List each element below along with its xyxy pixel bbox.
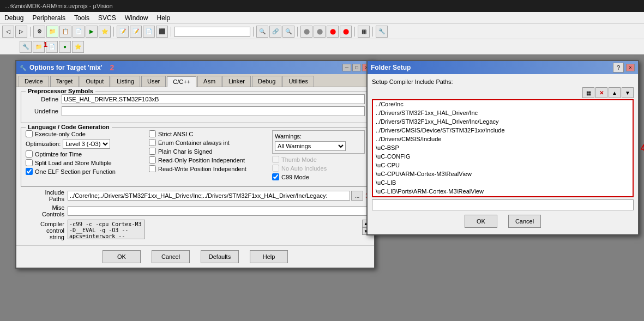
folder-item-5[interactable]: \uC-BSP [372,143,633,152]
toolbar2-btn-2[interactable]: 📁 [33,41,45,53]
folder-path-input[interactable] [372,199,634,210]
folder-item-6[interactable]: \uC-CONFIG [372,152,633,161]
tab-device[interactable]: Device [19,76,49,87]
dialog-content: Preprocessor Symbols Define Undefine Lan… [16,87,374,245]
toolbar-btn-4[interactable]: 📄 [73,26,85,38]
toolbar2-btn-1[interactable]: 🔧 [20,41,32,53]
folder-delete-btn[interactable]: ✕ [595,87,607,98]
toolbar-btn-3[interactable]: 📋 [59,26,71,38]
strict-ansi-checkbox[interactable] [149,130,156,137]
tab-debug[interactable]: Debug [252,76,281,87]
folder-setup-label: Setup Compiler Include Paths: [372,78,634,85]
toolbar-sep-2 [113,27,114,37]
help-button[interactable]: Help [250,250,288,263]
plain-char-checkbox[interactable] [149,148,156,155]
toolbar-sep-7 [372,27,373,37]
split-load-checkbox[interactable] [26,159,33,166]
cancel-button[interactable]: Cancel [152,250,190,263]
toolbar-btn-13[interactable]: 🔍 [282,26,294,38]
tab-utilities[interactable]: Utilities [282,76,314,87]
folder-item-9[interactable]: \uC-LIB [372,178,633,187]
toolbar-btn-fwd[interactable]: ▷ [15,26,27,38]
execute-only-checkbox[interactable] [26,130,33,137]
compiler-textarea[interactable]: -c99 -c -cpu Cortex-M3 -D__EVAL -g -O3 -… [68,220,145,239]
toolbar-btn-stop[interactable]: ⬤ [300,26,312,38]
menu-debug[interactable]: Debug [0,13,28,23]
no-auto-includes-checkbox[interactable] [272,165,279,172]
toolbar-btn-5[interactable]: ▶ [86,26,98,38]
tab-target[interactable]: Target [50,76,79,87]
folder-item-8[interactable]: \uC-CPU\ARM-Cortex-M3\RealView [372,169,633,178]
toolbar-btn-play[interactable]: ⬤ [314,26,326,38]
undefine-input[interactable] [62,106,365,116]
undefine-row: Undefine [26,106,365,116]
folder-grid-btn[interactable]: ▦ [582,87,594,98]
ro-pos-checkbox[interactable] [149,156,156,163]
define-input[interactable] [62,94,365,104]
folder-item-7[interactable]: \uC-CPU [372,161,633,169]
include-paths-browse-btn[interactable]: ... [351,191,363,201]
optim-time-checkbox[interactable] [26,150,33,158]
tab-output[interactable]: Output [80,76,110,87]
ok-button[interactable]: OK [103,250,141,263]
toolbar-btn-12[interactable]: 🔗 [269,26,281,38]
folder-item-4[interactable]: ../Drivers/CMSIS/Include [372,135,633,143]
tab-linker[interactable]: Linker [222,76,251,87]
maximize-btn[interactable]: □ [352,64,361,71]
warnings-box: Warnings: All Warnings [272,130,365,154]
one-elf-checkbox[interactable] [26,168,33,175]
toolbar-btn-1[interactable]: ⚙ [33,26,45,38]
folder-help-btn[interactable]: ? [613,63,624,72]
folder-item-10[interactable]: \uC-LIB\Ports\ARM-Cortex-M3\RealView [372,187,633,196]
folder-down-btn[interactable]: ▼ [622,87,634,98]
toolbar-dropdown[interactable] [174,27,250,37]
menu-peripherals[interactable]: Peripherals [28,13,70,23]
tab-user[interactable]: User [141,76,166,87]
tab-cc[interactable]: C/C++ [167,76,196,87]
tabs-row: Device Target Output Listing User C/C++ … [16,74,374,87]
folder-list[interactable]: ../Core/Inc ../Drivers/STM32F1xx_HAL_Dri… [372,99,634,197]
menu-help[interactable]: Help [152,13,174,23]
folder-item-3[interactable]: ../Drivers/CMSIS/Device/ST/STM32F1xx/Inc… [372,126,633,135]
misc-controls-input[interactable] [68,206,370,216]
toolbar-btn-6[interactable]: ⭐ [99,26,111,38]
folder-close-btn[interactable]: × [626,64,635,71]
toolbar-btn-8[interactable]: 📝 [130,26,142,38]
include-paths-input[interactable] [68,191,350,201]
toolbar-btn-9[interactable]: 📄 [143,26,155,38]
folder-item-2[interactable]: ../Drivers/STM32F1xx_HAL_Driver/Inc/Lega… [372,117,633,126]
defaults-button[interactable]: Defaults [201,250,239,263]
toolbar-btn-red2[interactable]: ⬤ [340,26,352,38]
folder-item-0[interactable]: ../Core/Inc [372,100,633,108]
toolbar2-btn-5[interactable]: ⭐ [72,41,84,53]
folder-item-11[interactable]: \uCOS-III\Source [372,196,633,197]
thumb-mode-checkbox[interactable] [272,156,279,163]
rw-pos-checkbox[interactable] [149,165,156,172]
menu-tools[interactable]: Tools [70,13,94,23]
menu-svcs[interactable]: SVCS [94,13,121,23]
c99-mode-checkbox[interactable] [272,173,279,180]
toolbar2-btn-3[interactable]: 📄 [46,41,58,53]
toolbar-btn-7[interactable]: 📝 [117,26,129,38]
toolbar-btn-10[interactable]: ⬛ [156,26,168,38]
enum-container-checkbox[interactable] [149,139,156,146]
c99-mode-row: C99 Mode [272,173,365,180]
minimize-btn[interactable]: ─ [342,64,351,71]
toolbar-btn-wrench[interactable]: 🔧 [376,26,388,38]
toolbar-btn-red1[interactable]: ⬤ [327,26,339,38]
warnings-select[interactable]: All Warnings [275,141,346,151]
optim-select[interactable]: Level 3 (-O3) [63,139,110,149]
ro-pos-row: Read-Only Position Independent [149,156,268,163]
toolbar-btn-2[interactable]: 📁 [46,26,58,38]
toolbar-btn-grid[interactable]: ▦ [358,26,370,38]
folder-item-1[interactable]: ../Drivers/STM32F1xx_HAL_Driver/Inc [372,108,633,117]
toolbar-btn-back[interactable]: ◁ [2,26,14,38]
tab-listing[interactable]: Listing [111,76,140,87]
menu-window[interactable]: Window [121,13,153,23]
toolbar2-btn-4[interactable]: ● [59,41,71,53]
tab-asm[interactable]: Asm [197,76,221,87]
folder-cancel-btn[interactable]: Cancel [508,215,541,228]
folder-ok-btn[interactable]: OK [465,215,497,228]
toolbar-btn-11[interactable]: 🔍 [256,26,268,38]
folder-up-btn[interactable]: ▲ [609,87,621,98]
